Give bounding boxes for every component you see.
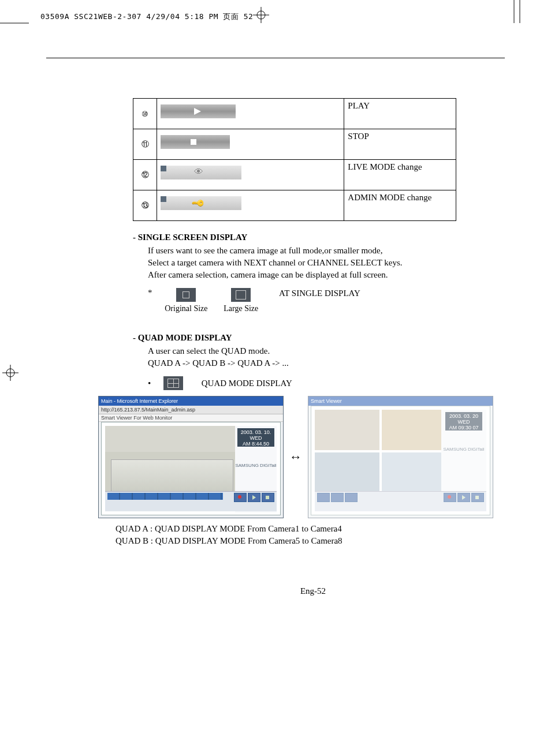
original-size-icon — [176, 288, 196, 302]
header-rule — [46, 58, 505, 58]
quad-cell-2 — [382, 410, 446, 450]
body-text: QUAD A -> QUAD B -> QUAD A -> ... — [148, 358, 493, 368]
row-desc: ADMIN MODE change — [344, 190, 456, 221]
asterisk: * — [148, 288, 152, 297]
row-desc: PLAY — [344, 99, 456, 129]
quad-cell-4 — [382, 452, 446, 493]
body-text: If users want to see the camera image at… — [148, 246, 493, 256]
date-line: 2003. 03. 10. WED — [237, 429, 274, 441]
body-text: After camera selection, camera image can… — [148, 270, 493, 280]
bullet: • — [148, 379, 151, 388]
stop-icon — [471, 493, 484, 502]
body-text: A user can select the QUAD mode. — [148, 346, 493, 356]
section-title-quad: - QUAD MODE DISPLAY — [133, 333, 493, 343]
row-number: ⑩ — [142, 110, 148, 118]
channel-strip — [107, 493, 223, 500]
large-size-icon — [231, 288, 251, 302]
quad-mode-icon — [163, 376, 183, 390]
row-number: ⑫ — [142, 170, 149, 179]
control-bar — [315, 491, 486, 511]
address-bar: http://165.213.87.5/MainMain_admin.asp — [99, 406, 283, 414]
live-mode-button-icon — [161, 166, 241, 179]
row-desc: LIVE MODE change — [344, 160, 456, 190]
viewer-tab: Smart Viewer For Web Monitor — [99, 414, 283, 422]
section-title-single: - SINGLE SCREEN DISPLAY — [133, 233, 493, 242]
window-title: Smart Viewer — [308, 396, 493, 406]
quad-cell-3 — [315, 452, 379, 493]
camera-video-panel — [105, 426, 238, 501]
brand-logo: SAMSUNG DIGITall — [441, 447, 486, 452]
row-desc: STOP — [344, 129, 456, 160]
record-icon — [234, 493, 247, 502]
original-size-label: Original Size — [165, 304, 207, 313]
row-number: ⑬ — [142, 201, 149, 209]
play-icon — [457, 493, 470, 502]
stop-icon — [262, 493, 274, 502]
screenshot-single-view: Main - Microsoft Internet Explorer http:… — [98, 396, 284, 518]
double-arrow-icon: ↔ — [289, 450, 302, 465]
quad-mode-label: QUAD MODE DISPLAY — [202, 379, 292, 388]
quad-a-note: QUAD A : QUAD DISPLAY MODE From Camera1 … — [116, 524, 493, 534]
stop-button-icon — [161, 135, 230, 149]
admin-mode-button-icon — [161, 196, 241, 210]
play-button-icon — [161, 104, 236, 118]
screenshot-quad-view: Smart Viewer 2003. 03. 20 WED AM 09:30 0… — [308, 396, 493, 518]
quad-b-note: QUAD B : QUAD DISPLAY MODE From Camera5 … — [116, 536, 493, 546]
mode-icon — [345, 493, 358, 502]
record-icon — [444, 493, 456, 502]
play-icon — [248, 493, 260, 502]
date-line: 2003. 03. 20 WED — [445, 413, 482, 425]
mode-icon — [331, 493, 344, 502]
side-panel: 2003. 03. 20 WED AM 09:30 07 SAMSUNG DIG… — [441, 410, 486, 499]
time-line: AM 8:44.50 — [237, 441, 274, 447]
at-single-display-label: AT SINGLE DISPLAY — [279, 289, 360, 298]
time-line: AM 09:30 07 — [445, 425, 482, 431]
window-title: Main - Microsoft Internet Explorer — [99, 396, 283, 406]
large-size-label: Large Size — [224, 304, 258, 313]
brand-logo: SAMSUNG DIGITall — [235, 463, 277, 468]
body-text: Select a target camera with NEXT channel… — [148, 258, 493, 268]
controls-table: ⑩ PLAY ⑪ STOP ⑫ LIVE MODE change ⑬ ADMIN… — [133, 98, 456, 221]
print-job-header: 03509A SSC21WEB-2-307 4/29/04 5:18 PM 页面… — [40, 12, 253, 22]
page-number: Eng-52 — [133, 586, 493, 596]
control-bar — [105, 491, 277, 511]
row-number: ⑪ — [142, 140, 149, 148]
quad-cell-1 — [315, 410, 379, 450]
mode-icon — [317, 493, 330, 502]
